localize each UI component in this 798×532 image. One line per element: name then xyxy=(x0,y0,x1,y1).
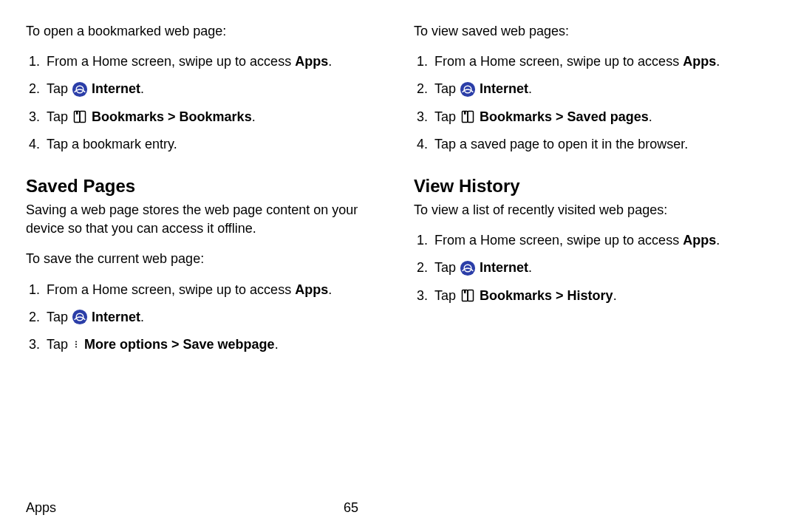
open-bookmark-intro: To open a bookmarked web page: xyxy=(26,22,384,41)
view-saved-intro: To view saved web pages: xyxy=(414,22,772,41)
more-options-icon xyxy=(72,337,81,352)
page-footer: Apps 65 xyxy=(26,500,772,516)
list-item: 1.From a Home screen, swipe up to access… xyxy=(414,48,772,75)
list-item: 1.From a Home screen, swipe up to access… xyxy=(414,227,772,254)
list-item: 1.From a Home screen, swipe up to access… xyxy=(26,48,384,75)
list-item: 1.From a Home screen, swipe up to access… xyxy=(26,276,384,304)
list-item: 2.Tap Internet. xyxy=(414,75,772,103)
left-column: To open a bookmarked web page: 1.From a … xyxy=(26,22,384,376)
list-item: 4.Tap a bookmark entry. xyxy=(26,131,384,158)
list-item: 2.Tap Internet. xyxy=(414,254,772,282)
bookmarks-icon xyxy=(460,109,476,124)
open-bookmark-steps: 1.From a Home screen, swipe up to access… xyxy=(26,48,384,158)
bookmarks-icon xyxy=(72,109,88,124)
view-history-intro: To view a list of recently visited web p… xyxy=(414,201,772,219)
list-item: 3.Tap Bookmarks > Saved pages. xyxy=(414,103,772,131)
view-history-steps: 1.From a Home screen, swipe up to access… xyxy=(414,227,772,310)
view-history-heading: View History xyxy=(414,176,772,197)
footer-section: Apps xyxy=(26,500,344,516)
internet-icon xyxy=(72,81,88,98)
list-item: 2.Tap Internet. xyxy=(26,75,384,103)
bookmarks-icon xyxy=(460,288,476,303)
list-item: 4.Tap a saved page to open it in the bro… xyxy=(414,131,772,158)
saved-pages-desc: Saving a web page stores the web page co… xyxy=(26,201,384,238)
saved-pages-heading: Saved Pages xyxy=(26,176,384,197)
list-item: 3.Tap More options > Save webpage. xyxy=(26,331,384,358)
list-item: 3.Tap Bookmarks > Bookmarks. xyxy=(26,103,384,131)
list-item: 3.Tap Bookmarks > History. xyxy=(414,282,772,310)
footer-page-number: 65 xyxy=(344,500,358,516)
save-page-intro: To save the current web page: xyxy=(26,250,384,268)
view-saved-steps: 1.From a Home screen, swipe up to access… xyxy=(414,48,772,158)
internet-icon xyxy=(460,260,476,276)
save-page-steps: 1.From a Home screen, swipe up to access… xyxy=(26,276,384,359)
list-item: 2.Tap Internet. xyxy=(26,304,384,331)
internet-icon xyxy=(72,309,88,325)
right-column: To view saved web pages: 1.From a Home s… xyxy=(414,22,772,376)
internet-icon xyxy=(460,81,476,98)
